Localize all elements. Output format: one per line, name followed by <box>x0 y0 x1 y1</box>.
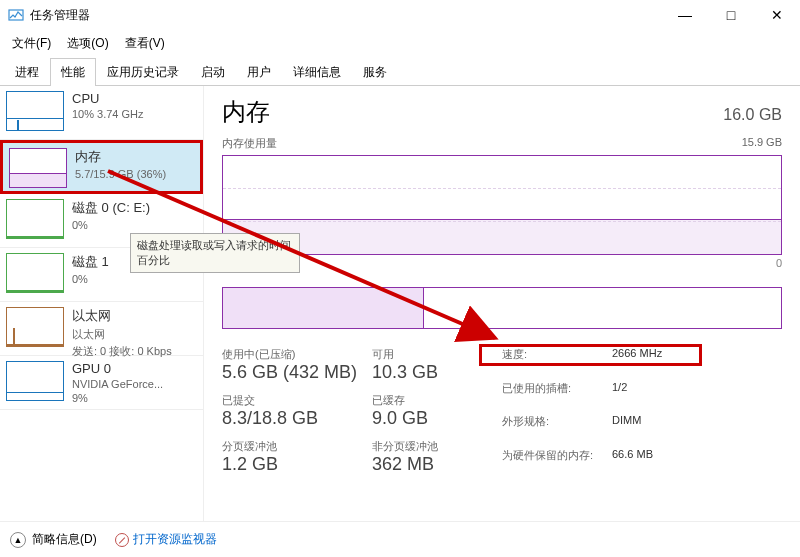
memory-thumb-icon <box>9 148 67 188</box>
eth-sub1: 以太网 <box>72 327 172 342</box>
avail-value: 10.3 GB <box>372 362 482 383</box>
highlight-speed <box>479 344 702 366</box>
cpu-title: CPU <box>72 91 144 106</box>
commit-value: 8.3/18.8 GB <box>222 408 372 429</box>
disk0-sub: 0% <box>72 219 150 231</box>
reserved-value: 66.6 MB <box>612 448 712 476</box>
disk0-thumb-icon <box>6 199 64 239</box>
open-resource-monitor-link[interactable]: 打开资源监视器 <box>115 531 217 548</box>
slots-label: 已使用的插槽: <box>502 381 612 409</box>
tab-users[interactable]: 用户 <box>236 58 282 86</box>
main-panel: 内存 16.0 GB 内存使用量 15.9 GB 0 使用中(已压缩)5.6 G… <box>204 86 800 521</box>
minimize-button[interactable]: ― <box>662 0 708 30</box>
paged-label: 分页缓冲池 <box>222 439 372 454</box>
titlebar: 任务管理器 ― □ ✕ <box>0 0 800 30</box>
tab-services[interactable]: 服务 <box>352 58 398 86</box>
tooltip: 磁盘处理读取或写入请求的时间百分比 <box>130 233 300 273</box>
monitor-icon <box>115 533 129 547</box>
cached-value: 9.0 GB <box>372 408 482 429</box>
disk1-title: 磁盘 1 <box>72 253 109 271</box>
nonpaged-label: 非分页缓冲池 <box>372 439 482 454</box>
memory-title: 内存 <box>75 148 166 166</box>
usage-label: 内存使用量 <box>222 136 277 151</box>
memory-capacity: 16.0 GB <box>723 106 782 124</box>
eth-title: 以太网 <box>72 307 172 325</box>
tab-processes[interactable]: 进程 <box>4 58 50 86</box>
menu-file[interactable]: 文件(F) <box>4 32 59 55</box>
window-controls: ― □ ✕ <box>662 0 800 30</box>
brief-info-link[interactable]: 简略信息(D) <box>32 531 97 548</box>
sidebar-item-memory[interactable]: 内存5.7/15.9 GB (36%) <box>0 140 203 194</box>
form-label: 外形规格: <box>502 414 612 442</box>
sidebar: CPU10% 3.74 GHz 内存5.7/15.9 GB (36%) 磁盘 0… <box>0 86 204 521</box>
reserved-label: 为硬件保留的内存: <box>502 448 612 476</box>
maximize-button[interactable]: □ <box>708 0 754 30</box>
cached-label: 已缓存 <box>372 393 482 408</box>
tab-startup[interactable]: 启动 <box>190 58 236 86</box>
content: CPU10% 3.74 GHz 内存5.7/15.9 GB (36%) 磁盘 0… <box>0 86 800 521</box>
nonpaged-value: 362 MB <box>372 454 482 475</box>
inuse-value: 5.6 GB (432 MB) <box>222 362 372 383</box>
gpu-title: GPU 0 <box>72 361 163 376</box>
slots-value: 1/2 <box>612 381 712 409</box>
paged-value: 1.2 GB <box>222 454 372 475</box>
tab-app-history[interactable]: 应用历史记录 <box>96 58 190 86</box>
chart-scale-end: 0 <box>222 257 782 269</box>
tab-performance[interactable]: 性能 <box>50 58 96 86</box>
tab-details[interactable]: 详细信息 <box>282 58 352 86</box>
app-icon <box>8 7 24 23</box>
tabbar: 进程 性能 应用历史记录 启动 用户 详细信息 服务 <box>0 57 800 86</box>
sidebar-item-ethernet[interactable]: 以太网以太网发送: 0 接收: 0 Kbps <box>0 302 203 356</box>
chevron-down-icon[interactable]: ▲ <box>10 532 26 548</box>
menubar: 文件(F) 选项(O) 查看(V) <box>0 30 800 57</box>
gpu-sub1: NVIDIA GeForce... <box>72 378 163 390</box>
eth-sub2: 发送: 0 接收: 0 Kbps <box>72 344 172 359</box>
inuse-label: 使用中(已压缩) <box>222 347 372 362</box>
cpu-sub: 10% 3.74 GHz <box>72 108 144 120</box>
form-value: DIMM <box>612 414 712 442</box>
eth-thumb-icon <box>6 307 64 347</box>
disk1-sub: 0% <box>72 273 109 285</box>
disk0-title: 磁盘 0 (C: E:) <box>72 199 150 217</box>
stats: 使用中(已压缩)5.6 GB (432 MB) 可用10.3 GB 已提交8.3… <box>222 347 782 475</box>
menu-view[interactable]: 查看(V) <box>117 32 173 55</box>
page-title: 内存 <box>222 96 270 128</box>
avail-label: 可用 <box>372 347 482 362</box>
close-button[interactable]: ✕ <box>754 0 800 30</box>
menu-options[interactable]: 选项(O) <box>59 32 116 55</box>
memory-usage-chart <box>222 155 782 255</box>
monitor-label: 打开资源监视器 <box>133 531 217 548</box>
usage-max: 15.9 GB <box>742 136 782 151</box>
footer: ▲ 简略信息(D) 打开资源监视器 <box>0 521 800 557</box>
sidebar-item-cpu[interactable]: CPU10% 3.74 GHz <box>0 86 203 140</box>
gpu-thumb-icon <box>6 361 64 401</box>
sidebar-item-gpu[interactable]: GPU 0NVIDIA GeForce...9% <box>0 356 203 410</box>
memory-composition-chart <box>222 287 782 329</box>
commit-label: 已提交 <box>222 393 372 408</box>
memory-sub: 5.7/15.9 GB (36%) <box>75 168 166 180</box>
disk1-thumb-icon <box>6 253 64 293</box>
gpu-sub2: 9% <box>72 392 163 404</box>
window-title: 任务管理器 <box>30 7 90 24</box>
cpu-thumb-icon <box>6 91 64 131</box>
